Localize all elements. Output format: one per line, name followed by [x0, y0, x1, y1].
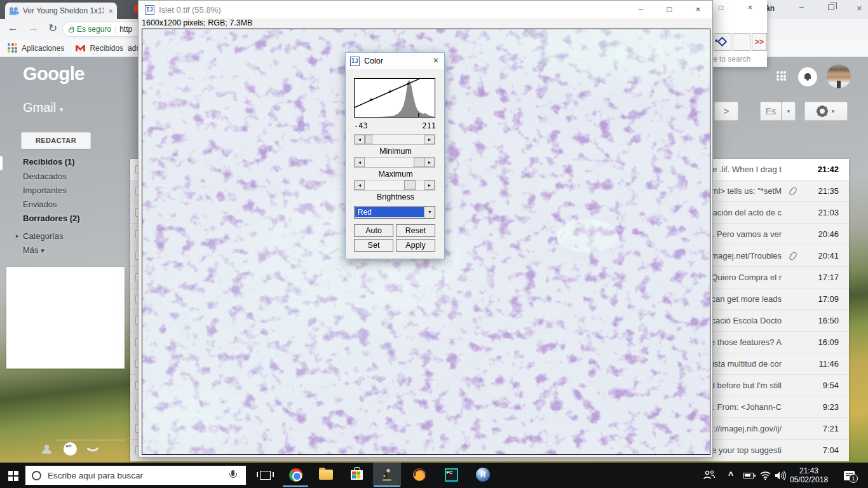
taskbar-pycharm[interactable]: [437, 463, 465, 487]
more-tools-button[interactable]: >>: [752, 33, 767, 51]
attachment-icon: [789, 251, 798, 261]
taskbar-chrome[interactable]: [281, 463, 309, 487]
older-page-button[interactable]: >: [714, 102, 738, 121]
gmail-m-icon: [76, 44, 85, 52]
apply-button[interactable]: Apply: [396, 239, 435, 252]
taskbar: Escribe aquí para buscar R ^ 21:4305/02/…: [0, 463, 868, 488]
contacts-icon[interactable]: [42, 445, 52, 454]
bell-icon: [804, 73, 811, 79]
islet-window-title: Islet 0.tif (55.8%): [159, 5, 221, 15]
tab-close-icon[interactable]: ×: [108, 7, 113, 15]
slider-left-arrow-icon[interactable]: ◄: [355, 158, 365, 167]
slider-right-arrow-icon[interactable]: ►: [424, 135, 435, 144]
empty-tool-slot[interactable]: [733, 33, 750, 51]
microsoft-store-icon: [351, 470, 363, 480]
empty-chat-panel: [6, 267, 125, 369]
imagej-app-icon: IJ: [350, 57, 360, 66]
wifi-icon: [760, 471, 771, 480]
sidebar-item-recibidos[interactable]: Recibidos (1): [23, 157, 75, 166]
taskbar-explorer[interactable]: [312, 463, 340, 487]
task-view-button[interactable]: [260, 471, 271, 480]
slider-thumb[interactable]: [365, 135, 372, 144]
sidebar-item-borradores[interactable]: Borradores (2): [23, 214, 80, 223]
maximum-slider[interactable]: ◄ ►: [354, 157, 435, 168]
histogram-max-value: 211: [422, 121, 436, 130]
minimum-label: Minimum: [346, 147, 445, 156]
action-center[interactable]: 1: [844, 463, 855, 488]
microphone-icon[interactable]: [228, 470, 237, 480]
notification-icon: 1: [844, 471, 855, 480]
reset-button[interactable]: Reset: [396, 224, 435, 237]
chrome-icon: [289, 468, 302, 482]
avatar[interactable]: [827, 64, 851, 88]
tab-young-sheldon[interactable]: Ver Young Sheldon 1x13 ×: [5, 3, 117, 19]
slider-thumb[interactable]: [414, 158, 425, 167]
phone-icon[interactable]: [86, 442, 99, 455]
islet-close-icon[interactable]: ×: [684, 1, 712, 18]
microscope-icon: [380, 468, 394, 482]
color-dialog-title-bar[interactable]: IJ Color: [346, 53, 444, 69]
google-logo: Google: [23, 64, 85, 85]
imagej-maximize-icon[interactable]: □: [719, 3, 723, 12]
flood-fill-tool[interactable]: [714, 33, 731, 51]
brightness-slider[interactable]: ◄ ►: [354, 180, 435, 191]
file-explorer-icon: [319, 470, 333, 480]
tray-people[interactable]: [703, 463, 715, 488]
tray-volume[interactable]: [775, 463, 787, 488]
imagej-close-icon[interactable]: ×: [748, 3, 752, 12]
slider-right-arrow-icon[interactable]: ►: [424, 158, 435, 167]
tray-battery[interactable]: [743, 463, 754, 488]
compose-button[interactable]: REDACTAR: [21, 132, 91, 149]
color-dialog-close-icon[interactable]: ×: [433, 55, 438, 65]
taskbar-audio-app[interactable]: [405, 463, 433, 487]
tray-wifi[interactable]: [760, 463, 771, 488]
slider-thumb[interactable]: [404, 180, 416, 190]
taskbar-store[interactable]: [342, 463, 370, 487]
islet-maximize-icon[interactable]: □: [655, 1, 684, 18]
chat-divider: [56, 440, 125, 440]
slider-left-arrow-icon[interactable]: ◄: [355, 135, 365, 144]
imagej-main-window[interactable]: □ × >> e to search: [710, 0, 767, 67]
gmail-label[interactable]: Gmail ▾: [23, 100, 63, 115]
input-tools-dropdown[interactable]: ▾: [782, 102, 796, 121]
apps-grid-icon[interactable]: [8, 43, 17, 53]
window-minimize-icon[interactable]: –: [799, 3, 804, 11]
reload-icon[interactable]: ↻: [48, 22, 57, 35]
sidebar-item-categorias[interactable]: Categorías: [23, 231, 64, 241]
forward-icon[interactable]: →: [28, 22, 39, 34]
notifications-bell[interactable]: [798, 67, 817, 86]
channel-select[interactable]: Red ▼: [354, 206, 435, 219]
back-icon[interactable]: ←: [8, 22, 18, 34]
chrome-frame-right: [767, 0, 868, 19]
window-restore-icon[interactable]: [828, 4, 834, 10]
tray-chevron[interactable]: ^: [728, 463, 733, 488]
window-close-icon[interactable]: ×: [857, 3, 862, 13]
sidebar-item-importantes[interactable]: Importantes: [23, 186, 67, 195]
settings-button[interactable]: ▾: [804, 102, 848, 121]
color-dialog-title: Color: [364, 57, 383, 65]
color-dialog[interactable]: IJ Color × -43 211 ◄ ► Minimum ◄ ►: [345, 52, 445, 259]
bookmark-recibidos[interactable]: Recibidos: [90, 44, 123, 53]
start-button[interactable]: [8, 471, 18, 481]
minimum-slider[interactable]: ◄ ►: [354, 134, 435, 145]
combo-arrow-icon[interactable]: ▼: [424, 207, 435, 218]
tray-clock[interactable]: 21:4305/02/2018: [790, 463, 838, 488]
slider-left-arrow-icon[interactable]: ◄: [355, 180, 365, 190]
sidebar-item-enviados[interactable]: Enviados: [23, 200, 57, 209]
auto-button[interactable]: Auto: [354, 224, 393, 237]
bookmark-aplicaciones[interactable]: Aplicaciones: [22, 44, 64, 53]
taskbar-imagej[interactable]: [373, 463, 401, 487]
slider-right-arrow-icon[interactable]: ►: [424, 180, 435, 190]
taskbar-r[interactable]: R: [469, 463, 497, 487]
sidebar-item-mas[interactable]: Más ▾: [23, 245, 44, 255]
islet-minimize-icon[interactable]: –: [627, 1, 655, 18]
address-bar[interactable]: Es seguro | http: [62, 22, 138, 37]
imagej-search-hint[interactable]: e to search: [713, 55, 750, 64]
input-tools-button[interactable]: Es: [760, 102, 782, 121]
set-button[interactable]: Set: [354, 239, 393, 252]
taskbar-search[interactable]: Escribe aquí para buscar: [25, 466, 246, 485]
r-icon: R: [476, 468, 490, 482]
google-apps-icon[interactable]: [776, 71, 786, 81]
hangouts-icon[interactable]: [64, 442, 77, 456]
sidebar-item-destacados[interactable]: Destacados: [23, 172, 67, 181]
